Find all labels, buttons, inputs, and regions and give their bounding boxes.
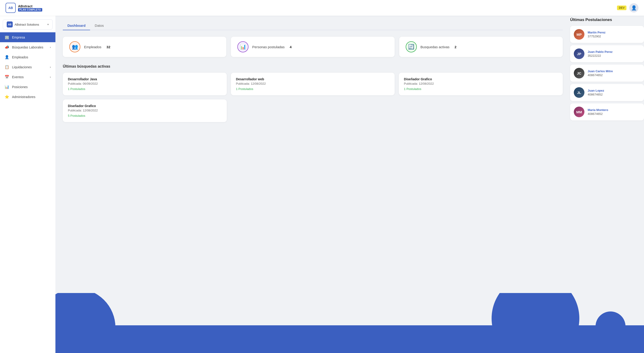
sidebar-item-eventos[interactable]: 📅 Eventos ›	[0, 72, 56, 82]
stat-label-empleados: Empleados	[84, 45, 101, 49]
job-date-1: Publicada: 06/09/2022	[68, 82, 222, 85]
avatar-initials-5: MM	[576, 110, 582, 114]
postulacion-name-4: Juan Lopez	[588, 89, 604, 92]
empresa-icon: 🏢	[4, 35, 9, 39]
postulacion-card-5[interactable]: MM María Montero 408674652	[570, 103, 644, 120]
job-card-2[interactable]: Desarrollador web Publicada: 12/08/2022 …	[231, 73, 395, 95]
postulacion-phone-4: 408674652	[588, 93, 604, 96]
main-content: Dashboard Datos 👥 Empleados 32 📊 Persona…	[56, 16, 570, 353]
job-postulados-2[interactable]: 1 Postulados	[236, 87, 390, 91]
sidebar-label-posiciones: Posiciones	[12, 85, 28, 89]
sidebar-item-empresa[interactable]: 🏢 Empresa	[0, 32, 56, 42]
postulacion-card-2[interactable]: JP Juan Pablo Perez 35222222	[570, 45, 644, 62]
busquedas-arrow-icon: ›	[50, 46, 51, 49]
postulacion-card-3[interactable]: JC Juan Carlos Mitre 408674652	[570, 65, 644, 82]
layout: AB ABstract Solutions ▾ 🏢 Empresa 📣 Búsq…	[0, 16, 644, 353]
eventos-icon: 📅	[4, 75, 9, 79]
postulacion-info-1: Martín Perez 37752902	[588, 31, 606, 38]
brand-text: ABstract PLAN COMPLETO	[18, 4, 42, 11]
avatar-initials-3: JC	[577, 71, 581, 75]
tabs: Dashboard Datos	[63, 21, 563, 30]
sidebar-label-administradores: Administradores	[12, 95, 35, 99]
avatar-initials-1: MP	[576, 32, 582, 36]
sidebar: AB ABstract Solutions ▾ 🏢 Empresa 📣 Búsq…	[0, 16, 56, 353]
job-card-4[interactable]: Diseñador Grafico Publicada: 12/08/2022 …	[63, 99, 227, 122]
jobs-section-title: Últimas búsquedas activas	[63, 64, 563, 68]
postulacion-card-4[interactable]: JL Juan Lopez 408674652	[570, 84, 644, 101]
org-label: ABstract Solutions	[14, 23, 39, 26]
brand-plan: PLAN COMPLETO	[18, 8, 42, 11]
postulaciones-title: Últimas Postulaciones	[570, 16, 644, 22]
sidebar-item-administradores[interactable]: ⭐ Administradores	[0, 92, 56, 102]
job-date-4: Publicada: 12/08/2022	[68, 109, 222, 112]
dev-badge: DEV	[617, 5, 626, 10]
job-date-3: Publicada: 12/08/2022	[404, 82, 558, 85]
tab-dashboard[interactable]: Dashboard	[63, 21, 90, 30]
liquidaciones-icon: 📋	[4, 65, 9, 69]
postulacion-phone-2: 35222222	[588, 54, 612, 57]
postulacion-info-3: Juan Carlos Mitre 408674652	[588, 69, 613, 77]
postulacion-phone-3: 408674652	[588, 73, 613, 77]
busquedas-icon: 📣	[4, 45, 9, 49]
stat-value-busquedas: 2	[455, 45, 456, 49]
tab-datos[interactable]: Datos	[90, 21, 108, 30]
postulacion-name-5: María Montero	[588, 108, 608, 112]
sidebar-item-liquidaciones[interactable]: 📋 Liquidaciones ›	[0, 62, 56, 72]
job-card-3[interactable]: Diseñador Grafico Publicada: 12/08/2022 …	[399, 73, 563, 95]
job-postulados-3[interactable]: 1 Postulados	[404, 87, 558, 91]
sidebar-label-empleados: Empleados	[12, 55, 28, 59]
job-title-3: Diseñador Grafico	[404, 77, 558, 81]
sidebar-item-posiciones[interactable]: 📊 Posiciones	[0, 82, 56, 92]
postulacion-card-1[interactable]: MP Martín Perez 37752902	[570, 26, 644, 43]
brand-logo: AB	[6, 3, 16, 13]
stat-label-postuladas: Personas postuladas	[252, 45, 284, 49]
job-postulados-1[interactable]: 1 Postulados	[68, 87, 222, 91]
stat-value-postuladas: 4	[290, 45, 292, 49]
empleados-icon: 👤	[4, 55, 9, 59]
stat-label-busquedas: Busquedas activas	[420, 45, 450, 49]
postulacion-phone-1: 37752902	[588, 35, 606, 38]
postulacion-avatar-1: MP	[574, 29, 584, 40]
postuladas-stat-icon: 📊	[237, 41, 248, 52]
postulacion-name-1: Martín Perez	[588, 31, 606, 34]
chevron-down-icon: ▾	[47, 23, 49, 26]
avatar-initials-2: JP	[577, 52, 581, 56]
postulacion-avatar-4: JL	[574, 87, 584, 98]
postulacion-avatar-5: MM	[574, 107, 584, 117]
job-title-4: Diseñador Grafico	[68, 104, 222, 108]
sidebar-label-eventos: Eventos	[12, 75, 24, 79]
postulacion-avatar-2: JP	[574, 48, 584, 59]
brand-name: ABstract	[18, 4, 42, 8]
avatar-initials-4: JL	[577, 91, 581, 95]
org-icon: AB	[7, 21, 13, 27]
job-card-1[interactable]: Desarrollador Java Publicada: 06/09/2022…	[63, 73, 227, 95]
user-avatar-button[interactable]: 👤	[629, 3, 638, 12]
job-title-2: Desarrollador web	[236, 77, 390, 81]
empleados-stat-icon: 👥	[69, 41, 80, 52]
sidebar-label-liquidaciones: Liquidaciones	[12, 65, 32, 69]
postulacion-info-2: Juan Pablo Perez 35222222	[588, 50, 612, 57]
postulacion-name-3: Juan Carlos Mitre	[588, 69, 613, 73]
busquedas-stat-icon: 🔄	[406, 41, 417, 52]
org-selector[interactable]: AB ABstract Solutions ▾	[3, 19, 53, 29]
jobs-grid: Desarrollador Java Publicada: 06/09/2022…	[63, 73, 563, 95]
right-panel: Últimas Postulaciones MP Martín Perez 37…	[570, 16, 644, 353]
stat-card-busquedas: 🔄 Busquedas activas 2	[399, 37, 563, 57]
sidebar-item-busquedas[interactable]: 📣 Búsquedas Laborales ›	[0, 42, 56, 52]
postulacion-info-5: María Montero 408674652	[588, 108, 608, 116]
jobs-grid-row2: Diseñador Grafico Publicada: 12/08/2022 …	[63, 99, 563, 122]
administradores-icon: ⭐	[4, 95, 9, 99]
sidebar-label-busquedas: Búsquedas Laborales	[12, 45, 43, 49]
sidebar-item-empleados[interactable]: 👤 Empleados	[0, 52, 56, 62]
stat-card-postuladas: 📊 Personas postuladas 4	[231, 37, 394, 57]
posiciones-icon: 📊	[4, 85, 9, 89]
stat-card-empleados: 👥 Empleados 32	[63, 37, 226, 57]
navbar-right: DEV 👤	[617, 3, 638, 12]
postulacion-info-4: Juan Lopez 408674652	[588, 89, 604, 96]
postulacion-name-2: Juan Pablo Perez	[588, 50, 612, 53]
brand: AB ABstract PLAN COMPLETO	[6, 3, 42, 13]
job-title-1: Desarrollador Java	[68, 77, 222, 81]
job-postulados-4[interactable]: 5 Postulados	[68, 114, 222, 117]
job-date-2: Publicada: 12/08/2022	[236, 82, 390, 85]
navbar: AB ABstract PLAN COMPLETO DEV 👤	[0, 0, 644, 16]
